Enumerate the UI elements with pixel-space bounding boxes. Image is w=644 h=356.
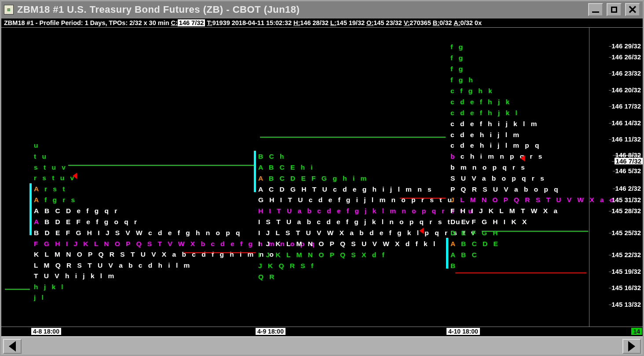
tpo-row: s t u v <box>34 164 67 171</box>
close-line <box>455 272 586 273</box>
maximize-button[interactable] <box>607 3 622 16</box>
price-tick: 146 26/32 <box>611 54 641 60</box>
t-label: T: <box>207 19 212 26</box>
price-tick: 146 29/32 <box>611 43 641 49</box>
tpo-row: A B C D E <box>450 240 500 247</box>
close-line <box>184 252 256 253</box>
tpo-row: A C D G H T U c d e g h i j l m n s <box>258 186 433 193</box>
tpo-row: c d e f h j k l <box>450 109 519 116</box>
time-axis: 14 4-8 18:004-9 18:004-10 18:00 <box>1 327 643 336</box>
c-value: 146 7/32 <box>178 19 205 26</box>
value-area-bar <box>254 151 256 192</box>
tpo-row: A B C <box>450 251 479 258</box>
tpo-row: r s t u v <box>34 174 76 182</box>
t-value: 91939 2018-04-11 15:02:32 <box>212 19 292 26</box>
price-tick: 145 31/32 <box>611 196 641 203</box>
value-area-bar <box>29 183 32 235</box>
tpo-row: I J L S T U V W X a b d e f g k l p q r … <box>258 229 477 236</box>
tpo-row: A f g r s <box>34 196 77 203</box>
tpo-row: P Q R S U V a b o p q <box>450 186 560 193</box>
price-axis: 146 29/32146 26/32146 23/32146 20/32146 … <box>589 28 643 327</box>
tpo-row: c d e f h i j k l m <box>450 120 539 127</box>
arrow-right-icon <box>628 341 635 352</box>
quote-prefix: ZBM18 #1 - Profile Period: 1 Days, TPOs:… <box>4 19 169 26</box>
tpo-row: b m n o p q r s <box>450 164 527 171</box>
price-tick: 145 13/32 <box>611 301 641 308</box>
close-line <box>400 198 446 199</box>
value-area-bar <box>446 238 448 269</box>
tpo-row: f g <box>450 65 465 73</box>
tpo-row: J L M N O P Q R S T U V W X a o <box>450 196 616 203</box>
price-tick: 146 7/32 <box>615 158 643 164</box>
close-arrow-icon <box>520 155 525 161</box>
price-tick: 145 19/32 <box>611 268 641 275</box>
l-value: 145 19/32 <box>337 19 365 26</box>
tpo-row: J K Q R S f <box>258 262 315 269</box>
tpo-row: c d e f h j k <box>450 98 512 105</box>
close-arrow-icon <box>419 228 424 234</box>
tpo-row: B D E F G H I J S V W c d e f g h n o p … <box>34 229 242 236</box>
o-label: O: <box>366 19 373 26</box>
close-arrow-icon <box>73 173 77 179</box>
tpo-row: T U V h i j k l m <box>34 272 116 280</box>
a-label: A: <box>454 19 460 26</box>
price-tick: 146 14/32 <box>611 120 641 126</box>
price-tick: 145 22/32 <box>611 251 641 258</box>
b-label: B: <box>433 19 439 26</box>
c-label: C: <box>171 19 178 26</box>
tpo-row: f g h <box>450 76 475 84</box>
open-line <box>68 165 256 166</box>
tpo-row: t u <box>34 153 48 160</box>
tpo-row: j l <box>34 294 45 301</box>
tpo-row: b c h i m n p q r s <box>450 153 544 160</box>
bar-count-badge: 14 <box>631 328 642 335</box>
tpo-row: A B C E h i <box>258 164 315 171</box>
tpo-row: A B C D e f g q r <box>34 207 119 214</box>
price-tick: 145 28/32 <box>611 207 641 214</box>
minimize-button[interactable] <box>588 3 603 16</box>
price-tick: 146 2/32 <box>615 185 641 192</box>
tpo-row: S U V a b o p q r s <box>450 175 546 182</box>
tpo-row: u <box>34 142 40 149</box>
tpo-row: I J K L M N O P Q S X d f <box>258 251 386 258</box>
tpo-row: A r s t <box>34 185 67 193</box>
time-label: 4-9 18:00 <box>256 328 285 335</box>
price-tick: 145 16/32 <box>611 284 641 291</box>
scroll-left-button[interactable] <box>3 339 22 354</box>
open-line <box>5 289 30 290</box>
price-tick: 146 17/32 <box>611 103 641 109</box>
tpo-row: c d e h i j l m <box>450 131 521 138</box>
app-icon: ⊞ <box>4 5 14 15</box>
tpo-row: I S T U a b c d e f g j k l n o p q r s … <box>258 218 472 225</box>
tpo-row: F H I J K L M T W X a <box>450 207 560 214</box>
price-tick: 146 11/32 <box>611 136 641 142</box>
horizontal-scrollbar[interactable] <box>1 336 643 355</box>
chart-area[interactable]: 146 29/32146 26/32146 23/32146 20/32146 … <box>1 28 643 327</box>
tpo-row: Q R <box>258 273 276 280</box>
arrow-left-icon <box>9 341 16 352</box>
close-button[interactable]: ✕ <box>625 3 640 16</box>
open-line <box>260 137 446 138</box>
window-title: ZBM18 #1 U.S. Treasury Bond Futures (ZB)… <box>17 4 585 15</box>
price-tick: 146 20/32 <box>611 87 641 93</box>
tpo-row: c d e h i j l m p q <box>450 142 541 149</box>
scroll-right-button[interactable] <box>622 339 641 354</box>
tpo-row: A B D E F e f g o q r <box>34 218 139 225</box>
v-value: 270365 <box>410 19 431 26</box>
tpo-row: f g <box>450 54 465 62</box>
tpo-row: B <box>450 262 457 269</box>
l-label: L: <box>330 19 337 26</box>
tpo-row: I J K L M N O P Q S U V W X d f k l <box>258 240 437 247</box>
tpo-row: L M Q R S T U V a b c d h i l m <box>34 262 192 269</box>
h-label: H: <box>293 19 300 26</box>
h-value: 146 28/32 <box>300 19 329 26</box>
price-tick: 145 25/32 <box>611 229 641 236</box>
tpo-row: h j k l <box>34 283 65 291</box>
tpo-row: D E F G H I K X <box>450 218 529 225</box>
a-value: 0/32 0x <box>461 19 482 26</box>
tpo-row: B C h <box>258 153 286 160</box>
tpo-row: H I T U a b c d e f g j k l m n o p q r … <box>258 207 474 214</box>
tpo-row: c f g h k <box>450 87 494 94</box>
v-label: V: <box>404 19 410 26</box>
time-label: 4-8 18:00 <box>31 328 61 335</box>
